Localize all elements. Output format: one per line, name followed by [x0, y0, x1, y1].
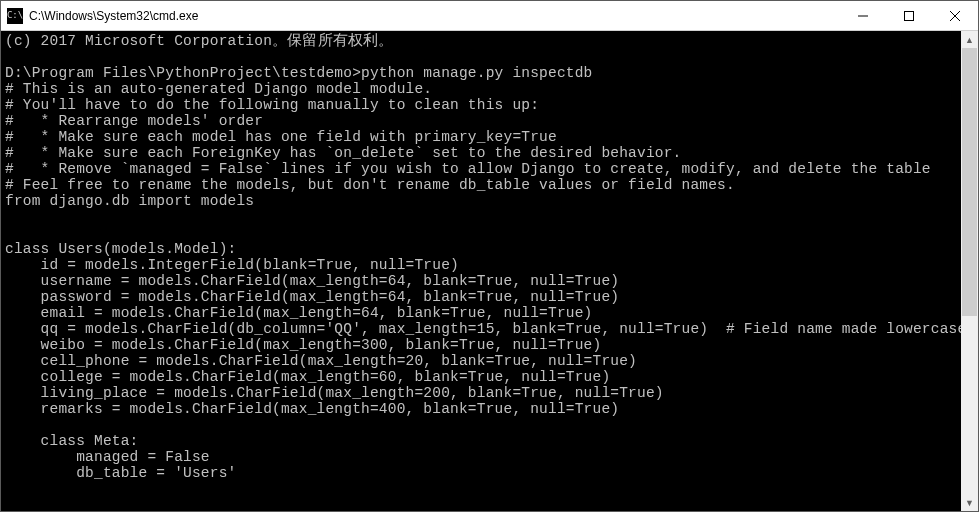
titlebar[interactable]: C:\ C:\Windows\System32\cmd.exe	[1, 1, 978, 31]
scroll-track[interactable]	[961, 48, 978, 494]
minimize-button[interactable]	[840, 1, 886, 30]
maximize-button[interactable]	[886, 1, 932, 30]
close-button[interactable]	[932, 1, 978, 30]
vertical-scrollbar[interactable]: ▲ ▼	[961, 31, 978, 511]
app-icon-label: C:\	[7, 11, 23, 20]
app-icon: C:\	[7, 8, 23, 24]
scroll-up-arrow[interactable]: ▲	[961, 31, 978, 48]
terminal-output[interactable]: (c) 2017 Microsoft Corporation。保留所有权利。 D…	[1, 31, 961, 511]
close-icon	[950, 11, 960, 21]
minimize-icon	[858, 11, 868, 21]
client-area: (c) 2017 Microsoft Corporation。保留所有权利。 D…	[1, 31, 978, 511]
svg-rect-1	[905, 11, 914, 20]
window-title: C:\Windows\System32\cmd.exe	[29, 9, 840, 23]
scroll-thumb[interactable]	[962, 48, 977, 316]
maximize-icon	[904, 11, 914, 21]
cmd-window: C:\ C:\Windows\System32\cmd.exe (c) 2017…	[0, 0, 979, 512]
window-controls	[840, 1, 978, 30]
scroll-down-arrow[interactable]: ▼	[961, 494, 978, 511]
